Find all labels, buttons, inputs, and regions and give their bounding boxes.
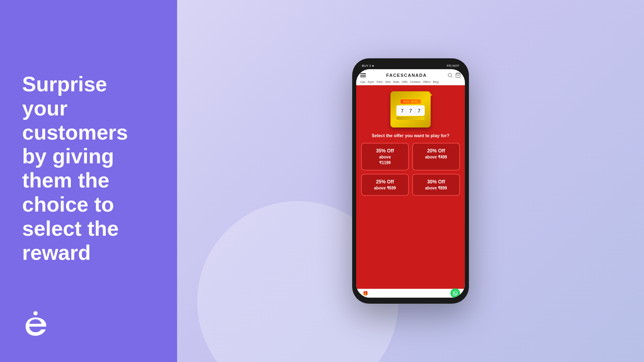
whatsapp-icon — [452, 290, 458, 296]
nav-lips[interactable]: Lips — [360, 80, 365, 83]
offer-card-3[interactable]: 25% Off above ₹699 — [361, 174, 409, 196]
header-icons — [447, 72, 461, 78]
offer-4-title: 30% Off — [415, 179, 457, 185]
nav-skin[interactable]: Skin — [385, 80, 391, 83]
nav-links: Lips Eyes Face Skin Nails Gifts Combos O… — [360, 80, 461, 85]
slot-reels: 7 7 7 — [396, 105, 425, 116]
headline: Surprise your customers by giving them t… — [22, 72, 155, 265]
slot-machine: BIG WIN 7 7 7 ✦ — [390, 91, 431, 128]
nav-nails[interactable]: Nails — [393, 80, 400, 83]
offer-1-detail: above₹1199 — [364, 154, 406, 166]
offer-3-detail: above ₹699 — [364, 185, 406, 191]
phone-bottom-bar: 🎁 — [356, 289, 465, 298]
big-win-sign: BIG WIN — [400, 99, 421, 104]
offer-card-2[interactable]: 20% Off above ₹499 — [412, 143, 460, 171]
site-header: FACESCANADA — [356, 69, 465, 85]
phone-screen: FACESCANADA — [356, 69, 465, 298]
offer-3-title: 25% Off — [364, 179, 406, 185]
svg-point-1 — [448, 73, 451, 76]
hamburger-icon[interactable] — [360, 73, 366, 77]
brand-name: FACESCANADA — [386, 73, 427, 78]
phone-mockup: BUY 2 ● FF| NOT FACESCANADA — [352, 58, 469, 304]
logo-area — [22, 310, 155, 338]
search-icon[interactable] — [447, 72, 453, 78]
offer-card-1[interactable]: 35% Off above₹1199 — [361, 143, 409, 171]
nav-combos[interactable]: Combos — [410, 80, 421, 83]
offer-grid: 35% Off above₹1199 20% Off above ₹499 25… — [361, 143, 460, 196]
slot-machine-area: BIG WIN 7 7 7 ✦ — [388, 89, 433, 130]
status-left: BUY 2 ● — [362, 64, 374, 68]
header-top: FACESCANADA — [360, 72, 461, 78]
svg-point-0 — [33, 311, 38, 316]
nav-offers[interactable]: Offers — [423, 80, 431, 83]
reel-1: 7 — [398, 107, 406, 115]
nav-blog[interactable]: Blog — [433, 80, 439, 83]
offer-4-detail: above ₹899 — [415, 185, 457, 191]
phone-frame: BUY 2 ● FF| NOT FACESCANADA — [352, 58, 469, 304]
nav-eyes[interactable]: Eyes — [368, 80, 374, 83]
offer-card-4[interactable]: 30% Off above ₹899 — [412, 174, 460, 196]
whatsapp-button[interactable] — [450, 288, 460, 298]
status-bar: BUY 2 ● FF| NOT — [356, 62, 465, 69]
cart-icon[interactable] — [455, 72, 461, 78]
offer-2-detail: above ₹499 — [415, 154, 457, 160]
headline-area: Surprise your customers by giving them t… — [22, 24, 155, 265]
offer-2-title: 20% Off — [415, 148, 457, 154]
offer-heading: Select the offer you want to play for? — [372, 133, 449, 139]
nav-gifts[interactable]: Gifts — [402, 80, 407, 83]
app-content: BIG WIN 7 7 7 ✦ Select the offer you wan… — [356, 85, 465, 289]
offer-1-title: 35% Off — [364, 148, 406, 154]
reel-2: 7 — [407, 107, 414, 115]
reel-3: 7 — [415, 107, 423, 115]
svg-line-2 — [451, 76, 452, 78]
left-panel: Surprise your customers by giving them t… — [0, 0, 177, 362]
right-panel: BUY 2 ● FF| NOT FACESCANADA — [177, 0, 644, 362]
gift-button[interactable]: 🎁 — [361, 289, 370, 298]
engati-logo-icon — [22, 310, 50, 338]
status-right: FF| NOT — [447, 64, 459, 68]
nav-face[interactable]: Face — [376, 80, 383, 83]
slot-base — [396, 117, 425, 120]
sparkle-icon: ✦ — [430, 93, 433, 97]
